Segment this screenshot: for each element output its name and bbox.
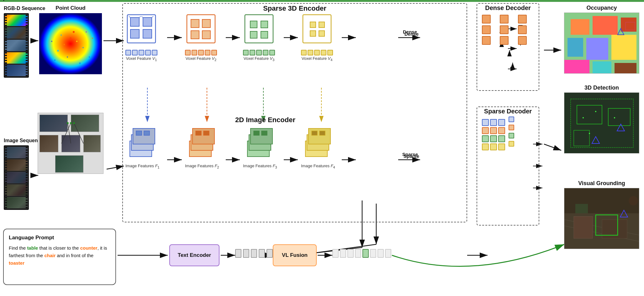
img-feat-svg-3 bbox=[244, 122, 276, 163]
occupancy-section: Occupancy bbox=[564, 5, 639, 76]
svg-rect-126 bbox=[564, 60, 589, 74]
film-frame-1 bbox=[5, 14, 28, 26]
img-frame-2 bbox=[5, 159, 28, 171]
voxel-cube-1 bbox=[126, 13, 157, 49]
film-frame-5 bbox=[5, 65, 28, 76]
svg-rect-147 bbox=[574, 216, 593, 238]
svg-line-72 bbox=[139, 16, 141, 18]
img-feat-label-3: Image Features F3 bbox=[243, 164, 277, 169]
voxel-cube-3 bbox=[243, 13, 275, 49]
decoder-cube bbox=[500, 15, 509, 23]
voxel-feat-squares-2 bbox=[185, 50, 217, 55]
img-frame-1 bbox=[5, 147, 28, 158]
svg-line-73 bbox=[141, 16, 143, 18]
svg-point-61 bbox=[51, 41, 52, 42]
language-prompt-label: Language Prompt bbox=[9, 234, 110, 242]
svg-rect-86 bbox=[310, 22, 316, 28]
voxel-feat-squares-4 bbox=[301, 50, 333, 55]
svg-rect-85 bbox=[303, 15, 331, 43]
svg-line-92 bbox=[74, 123, 83, 143]
point-cloud-viz bbox=[39, 13, 102, 74]
img-feat-svg-4 bbox=[302, 122, 334, 163]
img-feat-label-2: Image Features F2 bbox=[185, 164, 219, 169]
svg-rect-128 bbox=[615, 63, 636, 74]
img-feat-svg-2 bbox=[186, 122, 218, 163]
sparse-label: Sparse bbox=[404, 153, 419, 159]
voxel-cube-4 bbox=[301, 13, 333, 49]
voxel-label-3: Voxel Feature V3 bbox=[244, 56, 275, 62]
language-prompt-text: Find the table that is closer to the cou… bbox=[9, 244, 110, 267]
detection-section: 3D Detection bbox=[564, 85, 639, 156]
svg-rect-81 bbox=[250, 21, 257, 28]
img-frame-5 bbox=[5, 197, 28, 209]
voxel-label-2: Voxel Feature V2 bbox=[186, 56, 217, 62]
img-feat-label-4: Image Features F4 bbox=[301, 164, 335, 169]
svg-rect-100 bbox=[144, 131, 150, 135]
svg-rect-67 bbox=[130, 18, 139, 26]
svg-rect-127 bbox=[593, 61, 611, 74]
svg-rect-121 bbox=[593, 16, 618, 35]
film-frame-3 bbox=[5, 39, 28, 51]
decoder-cube bbox=[482, 15, 491, 23]
img-frame-4 bbox=[5, 184, 28, 196]
voxel-feat-squares-3 bbox=[243, 50, 275, 55]
svg-rect-125 bbox=[611, 35, 636, 60]
text-encoder-box: Text Encoder bbox=[169, 244, 219, 266]
svg-rect-76 bbox=[191, 19, 199, 28]
svg-point-57 bbox=[67, 56, 68, 58]
top-border bbox=[0, 0, 644, 2]
decoder-cube bbox=[518, 15, 527, 23]
svg-rect-122 bbox=[621, 18, 636, 32]
svg-point-53 bbox=[64, 44, 65, 45]
svg-rect-115 bbox=[319, 131, 325, 135]
voxel-label-4: Voxel Feature V4 bbox=[302, 56, 333, 62]
img-feat-2: Image Features F2 bbox=[185, 122, 219, 169]
word-chair: chair bbox=[44, 253, 55, 258]
voxel-cube-2 bbox=[185, 13, 217, 49]
svg-point-140 bbox=[595, 111, 596, 112]
sparse-row-2 bbox=[482, 127, 534, 134]
grounding-img-box bbox=[564, 188, 639, 249]
svg-rect-79 bbox=[202, 31, 210, 39]
svg-line-9 bbox=[107, 166, 124, 169]
dense-decoder-cubes bbox=[480, 13, 536, 46]
decoder-cube bbox=[500, 25, 509, 34]
svg-rect-114 bbox=[312, 131, 317, 135]
svg-point-142 bbox=[589, 133, 590, 134]
point-cloud-label: Point Cloud bbox=[39, 5, 102, 11]
decoder-cube bbox=[482, 25, 491, 34]
decoder-cube bbox=[518, 36, 527, 45]
svg-point-63 bbox=[79, 62, 81, 64]
grounding-title: Visual Grounding bbox=[564, 180, 639, 187]
svg-point-56 bbox=[82, 47, 84, 48]
svg-point-59 bbox=[61, 34, 62, 36]
svg-rect-99 bbox=[136, 131, 142, 135]
film-frame-2 bbox=[5, 27, 28, 39]
voxel-label-1: Voxel Feature V1 bbox=[126, 56, 157, 62]
svg-line-71 bbox=[129, 16, 130, 18]
svg-rect-123 bbox=[567, 38, 583, 57]
dense-decoder-label: Dense Decoder bbox=[477, 4, 539, 12]
svg-point-55 bbox=[57, 50, 59, 52]
grounding-section: Visual Grounding bbox=[564, 180, 639, 252]
svg-rect-68 bbox=[143, 18, 152, 26]
diagram-container: Dense Sparse bbox=[0, 0, 644, 296]
sparse-row-1 bbox=[482, 119, 534, 126]
point-cloud-svg bbox=[39, 13, 102, 74]
decoder-cube bbox=[518, 25, 527, 34]
svg-point-93 bbox=[67, 122, 69, 124]
dense-decoder-box bbox=[477, 3, 539, 91]
svg-rect-110 bbox=[261, 131, 267, 135]
occupancy-title: Occupancy bbox=[564, 5, 639, 11]
svg-point-152 bbox=[629, 196, 638, 205]
sparse-decoder-box bbox=[477, 106, 539, 226]
img-feat-label-1: Image Features F1 bbox=[125, 164, 160, 169]
svg-point-95 bbox=[73, 122, 75, 124]
svg-rect-89 bbox=[319, 31, 325, 36]
voxel-stage-2: Voxel Feature V2 bbox=[185, 13, 217, 62]
occupancy-img-box bbox=[564, 13, 639, 74]
svg-point-60 bbox=[86, 31, 87, 33]
collage-lines bbox=[38, 113, 104, 174]
img-feat-svg-1 bbox=[127, 122, 158, 163]
svg-rect-151 bbox=[575, 204, 588, 213]
